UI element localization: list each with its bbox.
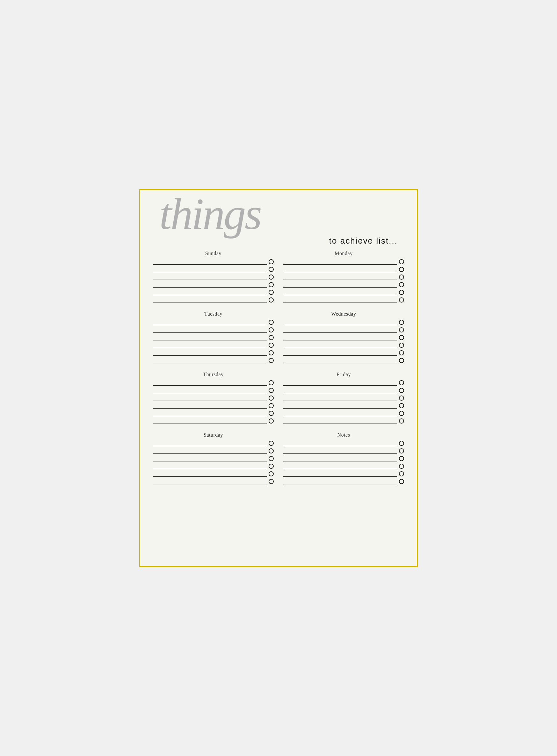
task-checkbox[interactable] [399, 411, 404, 416]
task-line[interactable] [283, 479, 397, 484]
task-line[interactable] [153, 380, 267, 386]
task-checkbox[interactable] [399, 259, 404, 264]
task-line[interactable] [283, 463, 397, 469]
task-line[interactable] [283, 342, 397, 348]
task-line[interactable] [153, 350, 267, 356]
task-checkbox[interactable] [399, 464, 404, 469]
task-line[interactable] [283, 448, 397, 454]
task-line[interactable] [283, 440, 397, 446]
task-checkbox[interactable] [269, 267, 274, 272]
task-line[interactable] [153, 289, 267, 295]
task-checkbox[interactable] [269, 403, 274, 408]
task-checkbox[interactable] [399, 297, 404, 303]
task-checkbox[interactable] [269, 388, 274, 393]
task-checkbox[interactable] [269, 441, 274, 446]
task-line[interactable] [283, 274, 397, 280]
task-line[interactable] [153, 410, 267, 416]
task-line[interactable] [153, 471, 267, 477]
task-checkbox[interactable] [269, 282, 274, 287]
task-checkbox[interactable] [399, 388, 404, 393]
task-checkbox[interactable] [269, 350, 274, 355]
task-checkbox[interactable] [269, 320, 274, 325]
task-checkbox[interactable] [399, 350, 404, 355]
task-checkbox[interactable] [269, 411, 274, 416]
task-checkbox[interactable] [269, 335, 274, 340]
task-checkbox[interactable] [399, 275, 404, 280]
task-checkbox[interactable] [399, 327, 404, 333]
task-checkbox[interactable] [269, 396, 274, 401]
task-checkbox[interactable] [269, 358, 274, 363]
task-line[interactable] [153, 448, 267, 454]
task-checkbox[interactable] [399, 320, 404, 325]
task-checkbox[interactable] [269, 327, 274, 333]
task-checkbox[interactable] [399, 418, 404, 423]
task-checkbox[interactable] [399, 456, 404, 461]
task-checkbox[interactable] [399, 358, 404, 363]
task-checkbox[interactable] [269, 418, 274, 423]
task-checkbox[interactable] [399, 479, 404, 484]
task-line[interactable] [153, 358, 267, 364]
task-line[interactable] [153, 335, 267, 340]
task-line[interactable] [283, 387, 397, 393]
task-row [153, 282, 274, 288]
task-line[interactable] [283, 380, 397, 386]
task-line[interactable] [283, 350, 397, 356]
task-line[interactable] [153, 274, 267, 280]
task-list-sunday [153, 259, 274, 305]
task-checkbox[interactable] [269, 471, 274, 476]
task-checkbox[interactable] [399, 380, 404, 385]
task-line[interactable] [283, 266, 397, 272]
task-checkbox[interactable] [269, 380, 274, 385]
task-line[interactable] [283, 418, 397, 424]
task-row [283, 335, 404, 340]
task-line[interactable] [153, 456, 267, 462]
task-checkbox[interactable] [269, 343, 274, 348]
task-row [283, 319, 404, 325]
task-line[interactable] [283, 471, 397, 477]
task-checkbox[interactable] [399, 282, 404, 287]
task-checkbox[interactable] [399, 471, 404, 476]
task-line[interactable] [283, 319, 397, 325]
task-checkbox[interactable] [399, 403, 404, 408]
task-line[interactable] [283, 456, 397, 462]
task-checkbox[interactable] [269, 464, 274, 469]
task-checkbox[interactable] [399, 343, 404, 348]
task-line[interactable] [153, 418, 267, 424]
task-checkbox[interactable] [269, 448, 274, 453]
task-line[interactable] [153, 463, 267, 469]
task-line[interactable] [283, 327, 397, 333]
task-checkbox[interactable] [269, 479, 274, 484]
task-line[interactable] [153, 266, 267, 272]
task-line[interactable] [283, 335, 397, 340]
task-checkbox[interactable] [399, 396, 404, 401]
task-line[interactable] [283, 358, 397, 364]
task-line[interactable] [153, 282, 267, 288]
task-checkbox[interactable] [269, 297, 274, 303]
task-line[interactable] [153, 387, 267, 393]
task-checkbox[interactable] [269, 275, 274, 280]
task-line[interactable] [153, 479, 267, 484]
task-line[interactable] [153, 403, 267, 409]
task-line[interactable] [153, 395, 267, 401]
task-line[interactable] [153, 342, 267, 348]
task-line[interactable] [283, 403, 397, 409]
task-line[interactable] [153, 297, 267, 303]
task-checkbox[interactable] [269, 259, 274, 264]
task-checkbox[interactable] [399, 290, 404, 295]
task-checkbox[interactable] [399, 335, 404, 340]
task-line[interactable] [153, 319, 267, 325]
task-line[interactable] [153, 327, 267, 333]
task-checkbox[interactable] [269, 290, 274, 295]
task-line[interactable] [283, 289, 397, 295]
task-line[interactable] [283, 282, 397, 288]
task-checkbox[interactable] [269, 456, 274, 461]
task-line[interactable] [153, 440, 267, 446]
task-line[interactable] [283, 259, 397, 264]
task-checkbox[interactable] [399, 441, 404, 446]
task-line[interactable] [283, 297, 397, 303]
task-line[interactable] [283, 395, 397, 401]
task-checkbox[interactable] [399, 448, 404, 453]
task-checkbox[interactable] [399, 267, 404, 272]
task-line[interactable] [153, 259, 267, 264]
task-line[interactable] [283, 410, 397, 416]
